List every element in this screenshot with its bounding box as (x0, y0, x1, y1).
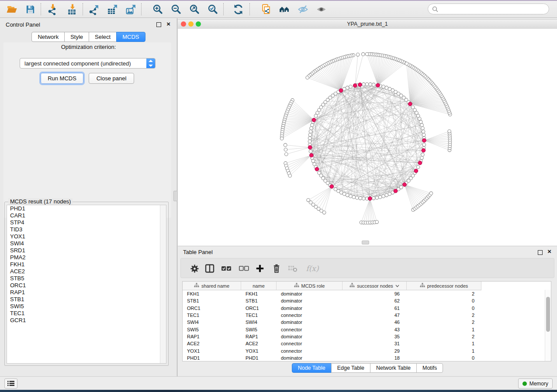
list-item[interactable]: FKH1 (7, 261, 166, 268)
network-view[interactable] (178, 29, 557, 246)
network-canvas[interactable] (178, 29, 557, 246)
copy-network-button[interactable] (257, 2, 275, 17)
table-cell: YOX1 (241, 348, 277, 354)
horizontal-splitter-handle[interactable] (362, 241, 369, 244)
column-header-MCDS-role[interactable]: MCDS role (277, 282, 343, 290)
node-table[interactable]: shared namenameMCDS rolesuccessor nodesp… (182, 281, 551, 361)
tab-network[interactable]: Network (31, 32, 65, 42)
import-network-button[interactable] (43, 2, 62, 17)
list-item[interactable]: YOX1 (7, 233, 166, 240)
refresh-icon (232, 3, 244, 15)
list-item[interactable]: TEC1 (7, 310, 166, 317)
list-item[interactable]: PMA2 (7, 254, 166, 261)
list-item[interactable]: CAR1 (7, 212, 166, 219)
mcds-result-list[interactable]: PHD1CAR1STP4TID3YOX1SWI4SRD1PMA2FKH1ACE2… (7, 205, 166, 364)
list-item[interactable]: ORC1 (7, 282, 166, 289)
show-all-button[interactable] (312, 2, 330, 17)
list-item[interactable]: ACE2 (7, 268, 166, 275)
network-window-titlebar[interactable]: YPA_prune.txt_1 (178, 19, 557, 29)
list-item[interactable]: SWI4 (7, 240, 166, 247)
mcds-list-scrollbar[interactable] (160, 205, 166, 363)
columns-icon (204, 264, 215, 273)
memory-button[interactable]: Memory (518, 378, 553, 389)
table-row[interactable]: STB1STB1dominator620 (183, 297, 551, 304)
save-session-button[interactable] (21, 2, 39, 17)
first-neighbors-button[interactable] (275, 2, 294, 17)
refresh-button[interactable] (228, 2, 248, 17)
mcds-result-title: MCDS result (17 nodes) (8, 198, 73, 205)
table-row[interactable]: ACE2ACE2connector311 (183, 340, 551, 347)
vertical-splitter-handle[interactable] (173, 191, 178, 201)
table-cell: TEC1 (183, 313, 241, 318)
table-row[interactable]: TEC1TEC1connector472 (183, 312, 551, 319)
close-table-panel-icon[interactable]: × (547, 248, 551, 255)
table-cell: FKH1 (241, 291, 277, 296)
task-history-button[interactable] (4, 378, 17, 389)
table-row[interactable]: YOX1YOX1connector291 (183, 347, 551, 354)
list-item[interactable]: SWI5 (7, 303, 166, 310)
column-header-successor-nodes[interactable]: successor nodes (343, 282, 407, 290)
add-row-button[interactable] (254, 263, 266, 274)
memory-status-icon (522, 382, 527, 386)
float-table-panel-icon[interactable] (538, 250, 543, 255)
table-scrollbar-thumb[interactable] (546, 297, 550, 332)
table-row[interactable]: SWI4SWI4dominator462 (183, 319, 551, 326)
close-panel-icon[interactable]: × (166, 21, 170, 28)
table-row[interactable]: SWI5SWI5connector431 (183, 326, 551, 333)
export-table-button[interactable] (103, 2, 121, 17)
deselect-all-rows-button[interactable] (238, 263, 249, 274)
open-file-button[interactable] (3, 2, 21, 17)
export-image-button[interactable] (121, 2, 140, 17)
table-row[interactable]: FKH1FKH1dominator962 (183, 290, 551, 297)
list-item[interactable]: TID3 (7, 226, 166, 233)
list-item[interactable]: SRD1 (7, 247, 166, 254)
tab-select[interactable]: Select (89, 32, 117, 42)
list-item[interactable]: GCR1 (7, 317, 166, 324)
tab-edge-table[interactable]: Edge Table (331, 363, 370, 373)
list-item[interactable]: PHD1 (7, 205, 166, 212)
table-scrollbar[interactable] (545, 290, 551, 361)
column-header-shared-name[interactable]: shared name (183, 282, 241, 290)
select-all-rows-button[interactable] (221, 263, 232, 274)
table-panel-tabs: Node TableEdge TableNetwork TableMotifs (178, 363, 557, 373)
table-cell: 47 (343, 313, 407, 318)
table-cell: dominator (277, 306, 343, 311)
import-table-button[interactable] (62, 2, 81, 17)
column-header-name[interactable]: name (241, 282, 277, 290)
zoom-in-button[interactable] (149, 2, 167, 17)
list-item[interactable]: STB1 (7, 296, 166, 303)
tab-mcds[interactable]: MCDS (116, 32, 145, 42)
delete-rows-button[interactable] (271, 263, 282, 274)
list-item[interactable]: RAP1 (7, 289, 166, 296)
optimization-select[interactable]: largest connected component (undirected) (20, 58, 156, 69)
tab-node-table[interactable]: Node Table (292, 363, 332, 373)
search-box[interactable] (428, 3, 549, 14)
float-panel-icon[interactable] (156, 22, 161, 27)
list-item[interactable]: STB5 (7, 275, 166, 282)
hide-selected-button[interactable] (294, 2, 312, 17)
table-cell: 96 (343, 291, 407, 296)
hide-eye-icon (297, 3, 309, 15)
table-row[interactable]: RAP1RAP1dominator352 (183, 333, 551, 340)
close-panel-button[interactable]: Close panel (89, 73, 134, 84)
table-row[interactable]: PHD1PHD1dominator180 (183, 354, 551, 361)
delete-table-button[interactable] (287, 263, 298, 274)
unchecked-boxes-icon (239, 265, 249, 272)
table-row[interactable]: ORC1ORC1dominator610 (183, 305, 551, 312)
function-builder-button[interactable]: f(x) (304, 263, 321, 274)
search-input[interactable] (441, 5, 549, 13)
export-network-button[interactable] (85, 2, 103, 17)
zoom-selected-button[interactable] (204, 2, 222, 17)
tab-style[interactable]: Style (64, 32, 89, 42)
tab-motifs[interactable]: Motifs (416, 363, 443, 373)
show-columns-button[interactable] (204, 263, 215, 274)
tab-network-table[interactable]: Network Table (370, 363, 417, 373)
table-cell: dominator (277, 320, 343, 325)
column-header-predecessor-nodes[interactable]: predecessor nodes (407, 282, 481, 290)
zoom-fit-button[interactable] (185, 2, 204, 17)
run-mcds-button[interactable]: Run MCDS (41, 73, 83, 84)
zoom-out-button[interactable] (167, 2, 185, 17)
list-item[interactable]: STP4 (7, 219, 166, 226)
table-settings-button[interactable] (189, 263, 200, 274)
zoom-in-icon (152, 3, 163, 15)
